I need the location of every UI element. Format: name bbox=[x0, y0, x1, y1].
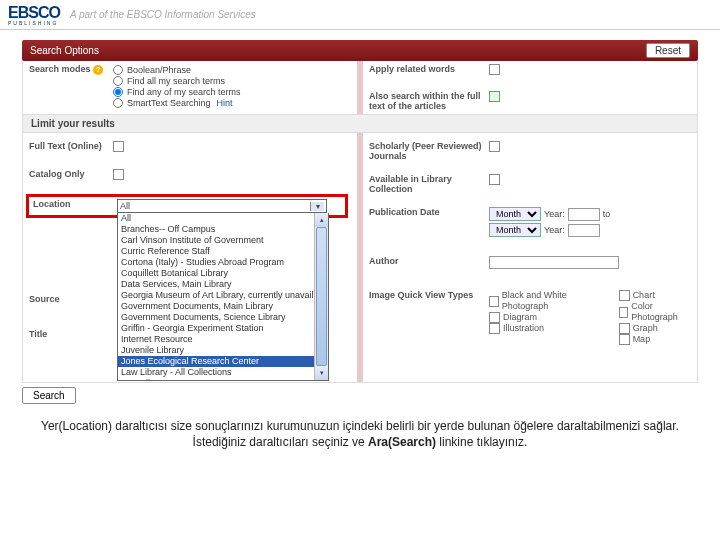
location-option[interactable]: Internet Resource bbox=[118, 334, 328, 345]
logo: EBSCO PUBLISHING bbox=[8, 4, 70, 26]
iqv-illustration-label: Illustration bbox=[503, 323, 544, 334]
scholarly-label: Scholarly (Peer Reviewed) Journals bbox=[369, 141, 489, 161]
iqv-graph-label: Graph bbox=[633, 323, 658, 334]
author-input[interactable] bbox=[489, 256, 619, 269]
mode-boolean-radio[interactable] bbox=[113, 65, 123, 75]
instruction-caption: Yer(Location) daraltıcısı size sonuçları… bbox=[0, 408, 720, 458]
location-option[interactable]: Juvenile Library bbox=[118, 345, 328, 356]
scroll-down-icon[interactable]: ▾ bbox=[315, 366, 328, 380]
location-option[interactable]: Georgia Museum of Art Library, currently… bbox=[118, 290, 328, 301]
chevron-down-icon: ▾ bbox=[310, 202, 324, 211]
location-option[interactable]: Data Services, Main Library bbox=[118, 279, 328, 290]
hint-link[interactable]: Hint bbox=[217, 98, 233, 108]
year-from-input[interactable] bbox=[568, 208, 600, 221]
location-label: Location bbox=[33, 199, 117, 213]
page-header: EBSCO PUBLISHING A part of the EBSCO Inf… bbox=[0, 0, 720, 30]
help-icon[interactable]: ? bbox=[93, 65, 103, 75]
available-label: Available in Library Collection bbox=[369, 174, 489, 194]
location-option[interactable]: Government Documents, Science Library bbox=[118, 312, 328, 323]
iqv-graph-checkbox[interactable] bbox=[619, 323, 630, 334]
iqv-diagram-checkbox[interactable] bbox=[489, 312, 500, 323]
full-text-label: Full Text (Online) bbox=[29, 141, 113, 151]
search-options-bar: Search Options Reset bbox=[22, 40, 698, 61]
scroll-thumb[interactable] bbox=[316, 227, 327, 366]
scrollbar[interactable]: ▴ ▾ bbox=[314, 213, 328, 380]
location-option[interactable]: Cortona (Italy) - Studies Abroad Program bbox=[118, 257, 328, 268]
mode-all-label: Find all my search terms bbox=[127, 76, 225, 86]
search-button[interactable]: Search bbox=[22, 387, 76, 404]
title-label: Title bbox=[29, 329, 113, 339]
iqv-illustration-checkbox[interactable] bbox=[489, 323, 500, 334]
iqv-diagram-label: Diagram bbox=[503, 312, 537, 323]
mode-any-radio[interactable] bbox=[113, 87, 123, 97]
iqv-bw-checkbox[interactable] bbox=[489, 296, 499, 307]
search-modes-label: Search modes bbox=[29, 64, 91, 74]
location-value: All bbox=[120, 201, 130, 211]
location-option[interactable]: Jones Ecological Research Center bbox=[118, 356, 328, 367]
iqv-map-label: Map bbox=[633, 334, 651, 345]
location-option[interactable]: Branches-- Off Campus bbox=[118, 224, 328, 235]
iqv-map-checkbox[interactable] bbox=[619, 334, 630, 345]
year-from-label: Year: bbox=[544, 209, 565, 219]
limit-results-bar: Limit your results bbox=[22, 115, 698, 133]
pub-date-label: Publication Date bbox=[369, 207, 489, 217]
mode-any-label: Find any of my search terms bbox=[127, 87, 241, 97]
author-label: Author bbox=[369, 256, 489, 266]
iqv-label: Image Quick View Types bbox=[369, 290, 489, 300]
location-option[interactable]: Curric Reference Staff bbox=[118, 246, 328, 257]
source-label: Source bbox=[29, 294, 113, 304]
catalog-only-checkbox[interactable] bbox=[113, 169, 124, 180]
scroll-up-icon[interactable]: ▴ bbox=[315, 213, 328, 227]
iqv-chart-checkbox[interactable] bbox=[619, 290, 630, 301]
location-option[interactable]: Carl Vinson Institute of Government bbox=[118, 235, 328, 246]
iqv-bw-label: Black and White Photograph bbox=[502, 290, 599, 312]
tagline: A part of the EBSCO Information Services bbox=[70, 9, 256, 20]
scholarly-checkbox[interactable] bbox=[489, 141, 500, 152]
catalog-only-label: Catalog Only bbox=[29, 169, 113, 179]
location-option[interactable]: Coquillett Botanical Library bbox=[118, 268, 328, 279]
location-option[interactable]: Government Documents, Main Library bbox=[118, 301, 328, 312]
also-search-label: Also search within the full text of the … bbox=[369, 91, 489, 111]
location-select[interactable]: All ▾ bbox=[117, 199, 327, 213]
full-text-checkbox[interactable] bbox=[113, 141, 124, 152]
location-option[interactable]: All bbox=[118, 213, 328, 224]
apply-related-checkbox[interactable] bbox=[489, 64, 500, 75]
available-checkbox[interactable] bbox=[489, 174, 500, 185]
mode-smart-label: SmartText Searching bbox=[127, 98, 211, 108]
mode-smart-radio[interactable] bbox=[113, 98, 123, 108]
mode-boolean-label: Boolean/Phrase bbox=[127, 65, 191, 75]
location-option[interactable]: Griffin - Georgia Experiment Station bbox=[118, 323, 328, 334]
mode-all-radio[interactable] bbox=[113, 76, 123, 86]
iqv-color-checkbox[interactable] bbox=[619, 307, 629, 318]
iqv-chart-label: Chart bbox=[633, 290, 655, 301]
month-to-select[interactable]: Month bbox=[489, 223, 541, 237]
location-dropdown-list[interactable]: ▴ ▾ AllBranches-- Off CampusCarl Vinson … bbox=[117, 213, 329, 381]
to-label: to bbox=[603, 209, 611, 219]
also-search-checkbox[interactable] bbox=[489, 91, 500, 102]
apply-related-label: Apply related words bbox=[369, 64, 489, 74]
reset-button[interactable]: Reset bbox=[646, 43, 690, 58]
iqv-color-label: Color Photograph bbox=[631, 301, 691, 323]
location-option[interactable]: Map Library bbox=[118, 378, 328, 381]
year-to-input[interactable] bbox=[568, 224, 600, 237]
year-to-label: Year: bbox=[544, 225, 565, 235]
search-options-label: Search Options bbox=[30, 45, 99, 56]
month-from-select[interactable]: Month bbox=[489, 207, 541, 221]
location-option[interactable]: Law Library - All Collections bbox=[118, 367, 328, 378]
